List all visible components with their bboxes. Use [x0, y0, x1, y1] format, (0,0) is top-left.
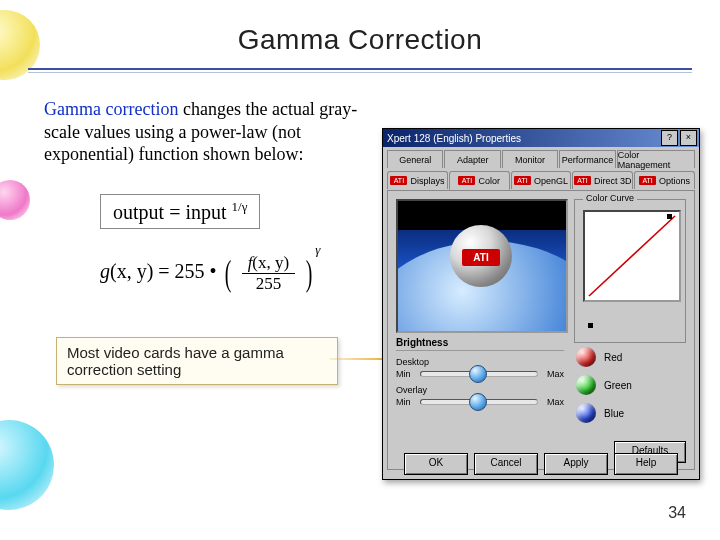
overlay-brightness-slider[interactable] [420, 399, 538, 405]
dialog-button-row: OK Cancel Apply Help [383, 453, 699, 475]
tab-performance[interactable]: Performance [559, 150, 615, 168]
dialog-title: Xpert 128 (English) Properties [387, 133, 659, 144]
tab-color[interactable]: ATIColor [449, 171, 510, 190]
properties-dialog: Xpert 128 (English) Properties ? × Gener… [382, 128, 700, 480]
caption-box: Most video cards have a gamma correction… [56, 337, 338, 385]
green-ball-icon [576, 375, 596, 395]
dialog-titlebar[interactable]: Xpert 128 (English) Properties ? × [383, 129, 699, 147]
intro-term: Gamma correction [44, 99, 178, 119]
ok-button[interactable]: OK [404, 453, 468, 475]
tab-monitor[interactable]: Monitor [502, 150, 558, 168]
help-button[interactable]: Help [614, 453, 678, 475]
desktop-brightness-slider[interactable] [420, 371, 538, 377]
color-preview: ATI [396, 199, 568, 333]
close-button[interactable]: × [680, 130, 697, 146]
ati-badge-icon: ATI [390, 176, 407, 185]
curve-handle-end[interactable] [667, 214, 672, 219]
cancel-button[interactable]: Cancel [474, 453, 538, 475]
blue-ball-icon [576, 403, 596, 423]
color-curve-label: Color Curve [583, 193, 637, 203]
tab-adapter[interactable]: Adapter [444, 150, 500, 168]
tab-row-2: ATIDisplays ATIColor ATIOpenGL ATIDirect… [383, 168, 699, 190]
channel-green[interactable]: Green [576, 375, 686, 395]
brightness-group: Brightness Desktop Min Max Overlay Min M… [396, 337, 564, 413]
dialog-panel: ATI Color Curve Red Green [387, 190, 695, 470]
apply-button[interactable]: Apply [544, 453, 608, 475]
tab-color-management[interactable]: Color Management [617, 150, 695, 168]
channel-blue[interactable]: Blue [576, 403, 686, 423]
tab-displays[interactable]: ATIDisplays [387, 171, 448, 189]
curve-line-icon [585, 212, 679, 300]
brightness-label: Brightness [396, 337, 564, 351]
svg-line-0 [589, 216, 675, 296]
help-button[interactable]: ? [661, 130, 678, 146]
page-title: Gamma Correction [0, 24, 720, 56]
ati-badge-icon: ATI [639, 176, 656, 185]
tab-general[interactable]: General [387, 150, 443, 168]
slide-accent [0, 0, 32, 540]
formula-box: output = input 1/γ [100, 194, 260, 229]
curve-handle-start[interactable] [588, 323, 593, 328]
tab-direct3d[interactable]: ATIDirect 3D [572, 171, 633, 189]
equation: g(x, y) = 255 • ( f(x, y) 255 )γ [100, 252, 320, 294]
slider-thumb[interactable] [469, 365, 487, 383]
tab-opengl[interactable]: ATIOpenGL [511, 171, 572, 189]
color-curve-graph[interactable] [583, 210, 681, 302]
tab-options[interactable]: ATIOptions [634, 171, 695, 189]
slider-thumb[interactable] [469, 393, 487, 411]
page-number: 34 [668, 504, 686, 522]
ati-badge-icon: ATI [458, 176, 475, 185]
intro-text: Gamma correction changes the actual gray… [44, 98, 364, 166]
red-ball-icon [576, 347, 596, 367]
color-curve-group: Color Curve [574, 199, 686, 343]
ati-logo-icon: ATI [462, 249, 500, 266]
rgb-channel-list: Red Green Blue [576, 347, 686, 431]
ati-badge-icon: ATI [574, 176, 591, 185]
preview-sphere-icon: ATI [450, 225, 512, 287]
ati-badge-icon: ATI [514, 176, 531, 185]
caption-arrow-icon [330, 358, 386, 360]
channel-red[interactable]: Red [576, 347, 686, 367]
tab-row-1: General Adapter Monitor Performance Colo… [383, 147, 699, 168]
